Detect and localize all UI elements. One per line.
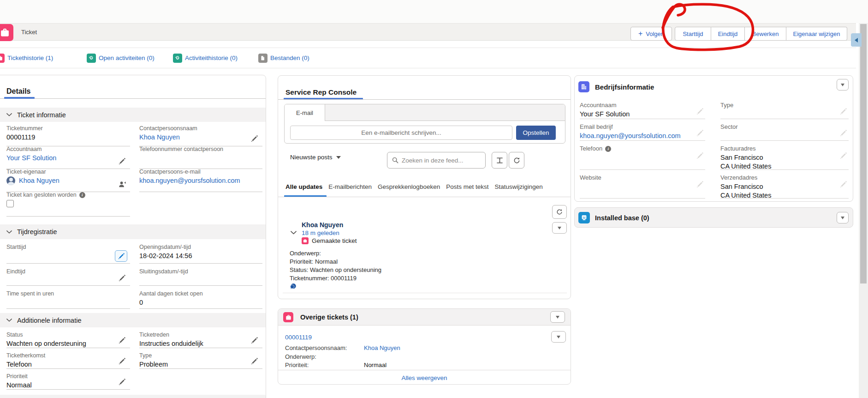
feedtab-alle-updates[interactable]: Alle updates	[285, 183, 322, 190]
post-menu-button[interactable]	[552, 222, 567, 234]
quicklink-activiteithistorie[interactable]: Activiteithistorie (0)	[173, 48, 238, 68]
bestanden-icon	[258, 54, 268, 63]
edit-website-icon[interactable]	[696, 181, 703, 188]
field-ticket-kan-gesloten-worden: Ticket kan gesloten worden i	[6, 192, 130, 217]
contact-email-link[interactable]: khoa.nguyen@yoursfsolution.com	[139, 176, 240, 185]
compose-email-input[interactable]: Een e-mailbericht schrijven...	[290, 126, 512, 140]
feedtab-statuswijzigingen[interactable]: Statuswijzigingen	[494, 183, 542, 190]
installed-base-menu-button[interactable]	[837, 212, 849, 223]
installed-base-title: Installed base (0)	[595, 214, 649, 222]
company-email-link[interactable]: khoa.nguyen@yoursfsolution.com	[580, 132, 681, 139]
quicklink-bestanden[interactable]: Bestanden (0)	[258, 48, 309, 68]
collapse-post-icon[interactable]	[291, 231, 297, 235]
field-website: Website	[580, 170, 705, 199]
edit-accountnaam-icon[interactable]	[119, 158, 125, 165]
post-time-link[interactable]: 18 m geleden	[302, 229, 339, 236]
change-owner-icon[interactable]	[119, 181, 126, 188]
section-additionele-informatie[interactable]: Additionele informatie	[0, 313, 266, 327]
edit-accountnaam-icon[interactable]	[696, 108, 703, 115]
related-lists-quicklinks: Tickethistorie (1) Open activiteiten (0)…	[0, 48, 856, 68]
edit-type-icon[interactable]	[251, 358, 258, 365]
console-tab[interactable]: Service Rep Console	[285, 88, 357, 96]
eindtijd-button[interactable]: Eindtijd	[711, 27, 745, 41]
contact-link[interactable]: Khoa Nguyen	[139, 133, 180, 142]
feedtab-posts-met-tekst[interactable]: Posts met tekst	[446, 183, 488, 190]
feedtab-gesprekkenlogboeken[interactable]: Gesprekkenlogboeken	[378, 183, 440, 190]
overige-tickets-title[interactable]: Overige tickets (1)	[300, 314, 358, 321]
installed-base-panel: Installed base (0)	[574, 207, 853, 228]
field-ticketnummer: Ticketnummer 00001119	[6, 126, 130, 146]
edit-telefoon-icon[interactable]	[696, 152, 703, 159]
bewerken-button[interactable]: Bewerken	[745, 27, 786, 41]
empty-cell	[139, 192, 262, 217]
refresh-icon	[513, 157, 520, 164]
field-aantal-dagen: Aantal dagen ticket open 0	[139, 286, 262, 309]
section-tijdregistratie[interactable]: Tijdregistratie	[0, 224, 266, 239]
info-icon[interactable]: i	[605, 146, 611, 152]
details-tab[interactable]: Details	[6, 87, 30, 96]
field-type: Type Probleem	[139, 348, 262, 369]
scrollbar-thumb[interactable]	[860, 24, 867, 283]
edit-starttijd-button[interactable]	[115, 250, 127, 262]
refresh-post-button[interactable]	[552, 205, 567, 219]
account-icon	[578, 81, 589, 92]
comment-icon[interactable]	[290, 283, 297, 289]
refresh-feed-button[interactable]	[509, 152, 524, 169]
expand-sidebar-button[interactable]	[851, 33, 862, 47]
edit-eindtijd-icon[interactable]	[119, 275, 125, 282]
edit-type-icon[interactable]	[840, 108, 847, 115]
eigenaar-wijzigen-button[interactable]: Eigenaar wijzigen	[786, 27, 847, 41]
follow-button[interactable]: + Volgen	[630, 27, 672, 41]
post-author-link[interactable]: Khoa Nguyen	[302, 221, 343, 229]
feedtab-emailberichten[interactable]: E-mailberichten	[328, 183, 372, 190]
dropdown-icon	[558, 227, 561, 229]
feed-search-input[interactable]: Zoeken in deze feed...	[387, 152, 486, 169]
search-icon	[392, 157, 398, 163]
field-eindtijd: Eindtijd	[6, 264, 130, 286]
edit-ticketreden-icon[interactable]	[251, 337, 258, 344]
feed-sort-dropdown[interactable]: Nieuwste posts	[290, 154, 341, 161]
browser-top-strip	[0, 0, 868, 23]
plus-icon: +	[638, 30, 642, 38]
field-ticketreden: Ticketreden Instructies onduidelijk	[139, 327, 262, 348]
gesloten-checkbox[interactable]	[6, 200, 14, 207]
ticket-row-menu-button[interactable]	[551, 331, 566, 343]
account-link[interactable]: Your SF Solution	[6, 154, 56, 163]
bedrijfsinformatie-menu-button[interactable]	[837, 79, 849, 90]
edit-sector-icon[interactable]	[840, 130, 847, 137]
field-telefoon: Telefoon i	[580, 141, 705, 170]
field-status: Status Wachten op ondersteuning	[6, 327, 130, 348]
dropdown-icon	[841, 217, 844, 219]
quicklink-open-activiteiten[interactable]: Open activiteiten (0)	[87, 48, 155, 68]
refresh-icon	[556, 209, 563, 215]
alles-weergeven-link[interactable]: Alles weergeven	[401, 374, 447, 381]
overige-tickets-footer: Alles weergeven	[278, 370, 571, 385]
overige-tickets-header: Overige tickets (1)	[278, 309, 571, 326]
edit-ticketherkomst-icon[interactable]	[119, 358, 125, 365]
ticket-entity-icon	[0, 24, 13, 41]
edit-factuuradres-icon[interactable]	[840, 152, 847, 159]
opstellen-button[interactable]: Opstellen	[516, 126, 556, 140]
edit-status-icon[interactable]	[119, 337, 125, 344]
email-publisher: E-mail Een e-mailbericht schrijven... Op…	[284, 104, 565, 144]
edit-verzendadres-icon[interactable]	[840, 181, 847, 188]
bedrijfsinformatie-panel: Bedrijfsinformatie Accountnaam Your SF S…	[574, 75, 853, 202]
section-ticket-informatie[interactable]: Ticket informatie	[0, 108, 266, 122]
field-verzendadres: Verzendadres San FranciscoCA United Stat…	[720, 170, 849, 199]
ticket-number-link[interactable]: 00001119	[285, 334, 312, 341]
details-tab-header: Details	[0, 75, 266, 99]
quicklink-tickethistorie[interactable]: Tickethistorie (1)	[0, 48, 53, 68]
field-accountnaam: Accountnaam Your SF Solution	[6, 146, 130, 169]
overige-tickets-menu-button[interactable]	[550, 311, 565, 323]
email-tab[interactable]: E-mail	[285, 104, 325, 121]
field-ticket-eigenaar: Ticket-eigenaar Khoa Nguyen	[6, 169, 130, 192]
starttijd-button[interactable]: Starttijd	[675, 27, 711, 41]
field-starttijd: Starttijd	[6, 239, 130, 264]
edit-email-icon[interactable]	[696, 130, 703, 137]
edit-prioriteit-icon[interactable]	[119, 379, 125, 386]
info-icon[interactable]: i	[79, 192, 85, 198]
edit-contactpersoonsnaam-icon[interactable]	[251, 135, 258, 142]
owner-link[interactable]: Khoa Nguyen	[19, 176, 59, 185]
collapse-posts-button[interactable]	[492, 152, 507, 169]
contact-link[interactable]: Khoa Nguyen	[364, 344, 400, 353]
